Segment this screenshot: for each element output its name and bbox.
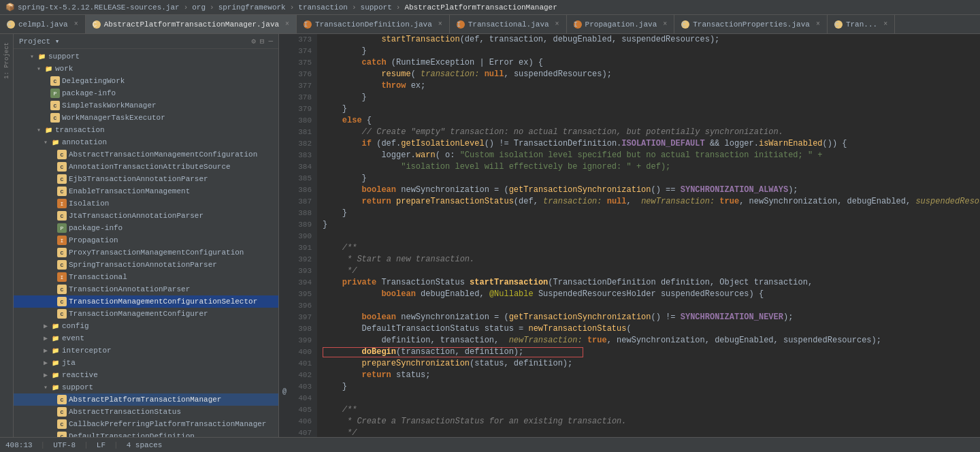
status-encoding: UTF-8 [53, 441, 76, 449]
tree-item-simpletaskworkmanager[interactable]: ▶ C SimpleTaskWorkManager [14, 99, 278, 112]
file-icon-c: C [50, 76, 60, 86]
main-layout: 1: Project Project ▾ ⚙ ⊟ — ▾ 📁 support [0, 34, 980, 437]
code-line-393: */ [323, 265, 975, 277]
status-indent: 4 spaces [127, 441, 163, 449]
gutter-381 [279, 114, 290, 125]
tree-item-support-folder[interactable]: ▾ 📁 support [14, 50, 278, 63]
tree-item-transaction-folder[interactable]: ▾ 📁 transaction [14, 124, 278, 136]
tree-item-package-info-2[interactable]: ▶ P package-info [14, 222, 278, 234]
tab-close-transactional[interactable]: × [555, 20, 559, 28]
tree-item-annotation-folder[interactable]: ▾ 📁 annotation [14, 136, 278, 148]
breadcrumb-transaction[interactable]: transaction [298, 3, 348, 12]
gutter-377 [279, 74, 290, 84]
project-sidebar-label[interactable]: 1: Project [3, 42, 10, 79]
tab-tran-more[interactable]: C Tran... × [828, 15, 895, 34]
breadcrumb-jar[interactable]: spring-tx-5.2.12.RELEASE-sources.jar [18, 3, 180, 12]
tree-item-delegatingwork[interactable]: ▶ C DelegatingWork [14, 75, 278, 87]
breadcrumb-class[interactable]: AbstractPlatformTransactionManager [404, 3, 557, 12]
breadcrumb-support[interactable]: support [361, 3, 392, 12]
gutter-406 [279, 366, 290, 376]
tab-close-propagation[interactable]: × [663, 20, 667, 28]
tab-close-txdef[interactable]: × [438, 20, 442, 28]
code-line-407: */ [323, 427, 975, 437]
tree-item-proxytxmgmtconfig[interactable]: ▶ C ProxyTransactionManagementConfigurat… [14, 246, 278, 259]
tree-item-transactional[interactable]: ▶ I Transactional [14, 271, 278, 283]
tree-item-reactive-folder[interactable]: ▶ 📁 reactive [14, 369, 278, 381]
tab-abstract[interactable]: C AbstractPlatformTransactionManager.jav… [86, 15, 297, 34]
tab-txprops[interactable]: C TransactionProperties.java × [674, 15, 828, 34]
tool-sidebar: 1: Project [0, 34, 14, 437]
tree-item-interceptor-folder[interactable]: ▶ 📁 interceptor [14, 344, 278, 357]
breadcrumb-org[interactable]: org [192, 3, 206, 12]
gutter-400 [279, 306, 290, 317]
status-separator3: | [114, 441, 118, 449]
tree-item-abstracttxstatus[interactable]: ▶ C AbstractTransactionStatus [14, 406, 278, 418]
file-icon-c14: C [57, 395, 67, 404]
project-panel: Project ▾ ⚙ ⊟ — ▾ 📁 support ▾ 📁 work [14, 34, 279, 437]
tree-item-jtaannotparser[interactable]: ▶ C JtaTransactionAnnotationParser [14, 210, 278, 222]
gutter-399 [279, 296, 290, 306]
gutter-392 [279, 225, 290, 236]
file-icon-c7: C [57, 187, 67, 196]
tree-item-txmgmtconfigurer[interactable]: ▶ C TransactionManagementConfigurer [14, 308, 278, 320]
gutter-394 [279, 246, 290, 256]
tab-close-txprops[interactable]: × [816, 20, 820, 28]
tree-item-annotationtxattrsource[interactable]: ▶ C AnnotationTransactionAttributeSource [14, 161, 278, 173]
gutter-marker: @ [279, 34, 290, 437]
code-line-397: boolean newSynchronization = (getTransac… [323, 312, 975, 323]
tab-icon-transactional: I [457, 20, 465, 29]
tree-item-defaulttxdef[interactable]: ▶ C DefaultTransactionDefinition [14, 430, 278, 437]
folder-icon-work: 📁 [44, 64, 53, 74]
tab-close-celmpl[interactable]: × [74, 20, 78, 28]
file-icon-i1: I [57, 199, 67, 208]
tab-propagation[interactable]: I Propagation.java × [567, 15, 675, 34]
tree-item-txannotparser[interactable]: ▶ C TransactionAnnotationParser [14, 283, 278, 295]
tree-item-abstracttxmgmtconfig[interactable]: ▶ C AbstractTransactionManagementConfigu… [14, 148, 278, 161]
tree-item-txmgmtconfigselector[interactable]: ▶ C TransactionManagementConfigurationSe… [14, 295, 278, 308]
code-content[interactable]: startTransaction(def, transaction, debug… [317, 34, 980, 437]
status-linesep: LF [97, 441, 105, 449]
tree-item-workmanagertaskexecutor[interactable]: ▶ C WorkManagerTaskExecutor [14, 112, 278, 124]
tree-item-work[interactable]: ▾ 📁 work [14, 63, 278, 75]
tree-item-propagation[interactable]: ▶ I Propagation [14, 234, 278, 246]
tree-item-isolation[interactable]: ▶ I Isolation [14, 197, 278, 210]
project-close-icon[interactable]: — [268, 37, 273, 46]
tab-close-abstract[interactable]: × [285, 20, 289, 28]
tab-transactional[interactable]: I Transactional.java × [450, 15, 567, 34]
tree-item-ejb3parser[interactable]: ▶ C Ejb3TransactionAnnotationParser [14, 173, 278, 185]
code-line-387: return prepareTransactionStatus(def, tra… [323, 196, 975, 208]
breadcrumb-springframework[interactable]: springframework [218, 3, 286, 12]
code-line-377: throw ex; [323, 80, 975, 92]
file-icon-c4: C [57, 150, 67, 159]
tree-item-enabletxmgmt[interactable]: ▶ C EnableTransactionManagement [14, 185, 278, 197]
code-line-394: private TransactionStatus startTransacti… [323, 277, 975, 289]
tab-close-more[interactable]: × [883, 20, 887, 28]
tab-txdef[interactable]: I TransactionDefinition.java × [297, 15, 450, 34]
tree-item-package-info-1[interactable]: ▶ P package-info [14, 87, 278, 99]
tree-item-abstractplatformtxmgr[interactable]: ▶ C AbstractPlatformTransactionManager [14, 393, 278, 406]
gutter-396 [279, 265, 290, 276]
tree-item-springtxannotparser[interactable]: ▶ C SpringTransactionAnnotationParser [14, 259, 278, 271]
folder-icon-annotation: 📁 [50, 138, 60, 147]
code-line-383: logger.warn( o: "Custom isolation level … [323, 150, 975, 161]
tab-celmpl[interactable]: C celmpl.java × [0, 15, 86, 34]
file-icon-c11: C [57, 285, 67, 294]
folder-icon-interceptor: 📁 [50, 346, 60, 355]
gutter-373 [279, 34, 290, 44]
gutter-405 [279, 357, 290, 367]
gutter-404 [279, 346, 290, 357]
file-icon-c12: C [57, 297, 67, 306]
tree-item-support2-folder[interactable]: ▾ 📁 support [14, 381, 278, 393]
project-settings-icon[interactable]: ⚙ [251, 37, 256, 46]
code-line-376: resume( transaction: null, suspendedReso… [323, 69, 975, 80]
tab-icon-txdef: I [304, 20, 312, 29]
tree-item-callbackpref[interactable]: ▶ C CallbackPreferringPlatformTransactio… [14, 418, 278, 430]
code-line-378: } [323, 92, 975, 103]
code-line-391: /** [323, 242, 975, 254]
tree-item-config-folder[interactable]: ▶ 📁 config [14, 320, 278, 332]
gutter-412 [279, 427, 290, 437]
status-line-col: 408:13 [5, 441, 33, 449]
project-layout-icon[interactable]: ⊟ [260, 37, 265, 46]
tree-item-jta-folder[interactable]: ▶ 📁 jta [14, 357, 278, 369]
tree-item-event-folder[interactable]: ▶ 📁 event [14, 332, 278, 344]
